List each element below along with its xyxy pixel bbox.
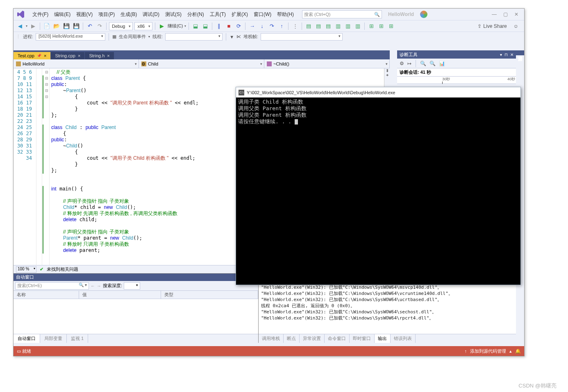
continue-button[interactable]: 继续(C) xyxy=(168,23,183,29)
menu-item[interactable]: 项目(P) xyxy=(95,10,118,18)
step-into-icon[interactable]: ↓ xyxy=(258,22,266,30)
tb-icon[interactable]: ⊞ xyxy=(367,22,375,30)
output-tab[interactable]: 错误列表 xyxy=(391,334,416,343)
scm-icon[interactable]: ↑ xyxy=(465,349,467,353)
minimize-icon[interactable]: — xyxy=(492,11,497,17)
continue-icon[interactable]: ▶ xyxy=(158,22,166,30)
menu-item[interactable]: 调试(D) xyxy=(140,10,162,18)
output-tab[interactable]: 断点 xyxy=(284,334,300,343)
tb-icon[interactable]: ▥ xyxy=(344,22,352,30)
prev-icon[interactable]: ← xyxy=(91,283,95,288)
undo-icon[interactable]: ↶ xyxy=(86,22,94,30)
col-name[interactable]: 名称 xyxy=(14,291,79,299)
config-dropdown[interactable]: Debug xyxy=(109,22,133,30)
open-icon[interactable]: 📂 xyxy=(52,22,61,30)
new-icon[interactable]: 📄 xyxy=(43,22,51,30)
tb-icon[interactable]: ⊞ xyxy=(387,22,395,30)
close-icon[interactable]: ✕ xyxy=(514,11,518,17)
fold-column[interactable]: ⊟ ⊟ ⊟ ⊟ ⊟ xyxy=(44,68,50,265)
menu-item[interactable]: 文件(F) xyxy=(30,10,51,18)
menu-item[interactable]: 分析(N) xyxy=(184,10,207,18)
menu-bar: 文件(F)编辑(E)视图(V)项目(P)生成(B)调试(D)测试(S)分析(N)… xyxy=(14,9,524,20)
depth-dropdown[interactable] xyxy=(124,282,140,290)
notification-icon[interactable]: 🔔 xyxy=(515,349,521,354)
solution-explorer-tab[interactable]: 解决方案资源管 xyxy=(516,50,524,55)
menu-item[interactable]: 视图(V) xyxy=(73,10,95,18)
zoom-out-icon[interactable]: 🔍 xyxy=(429,61,436,66)
col-value[interactable]: 值 xyxy=(79,291,161,299)
step-icon[interactable]: → xyxy=(248,22,256,30)
tab-autos[interactable]: 自动窗口 xyxy=(14,334,40,343)
tb-icon[interactable]: ⬓ xyxy=(191,22,200,30)
doc-tab[interactable]: Test.cpp 📌 × xyxy=(14,52,50,59)
menu-item[interactable]: 编辑(E) xyxy=(51,10,73,18)
pause-icon[interactable]: ∥ xyxy=(215,22,223,30)
platform-dropdown[interactable]: x86 xyxy=(134,22,152,30)
autos-grid[interactable]: 名称 值 类型 xyxy=(14,291,258,334)
tb-icon[interactable]: ▤ xyxy=(304,22,313,30)
stop-icon[interactable]: ■ xyxy=(225,22,233,30)
dropdown-icon[interactable]: ▾ xyxy=(500,52,502,57)
filter-icon[interactable]: ▼ xyxy=(229,34,234,39)
doc-tab[interactable]: String.cpp × xyxy=(51,52,84,59)
output-tab[interactable]: 异常设置 xyxy=(300,334,325,343)
tab-watch[interactable]: 监视 1 xyxy=(67,334,88,343)
lifecycle-icon[interactable]: ▦ xyxy=(112,34,116,39)
nav-scope[interactable]: HelloWorld xyxy=(14,59,139,68)
filter-icon[interactable]: ⋉ xyxy=(236,34,241,39)
next-icon[interactable]: → xyxy=(97,283,101,288)
output-tab[interactable]: 调用堆栈 xyxy=(259,334,284,343)
menu-item[interactable]: 生成(B) xyxy=(118,10,140,18)
tb-icon[interactable]: ▥ xyxy=(354,22,362,30)
console-titlebar[interactable]: C:\ Y:\002_WorkSpace\002_VS\HelloWorld\H… xyxy=(236,87,520,97)
restart-icon[interactable]: ⟳ xyxy=(234,22,243,30)
nav-back-icon[interactable]: ◀ xyxy=(16,22,24,30)
zoom-dropdown[interactable]: 100 % xyxy=(16,266,36,273)
output-tab[interactable]: 输出 xyxy=(375,334,391,343)
process-dropdown[interactable]: [5828] HelloWorld.exe xyxy=(36,33,105,41)
save-icon[interactable]: 💾 xyxy=(62,22,70,30)
output-tab[interactable]: 命令窗口 xyxy=(325,334,350,343)
console-window[interactable]: C:\ Y:\002_WorkSpace\002_VS\HelloWorld\H… xyxy=(236,87,521,285)
output-tab[interactable]: 即时窗口 xyxy=(350,334,375,343)
menu-item[interactable]: 窗口(W) xyxy=(251,10,274,18)
menu-item[interactable]: 帮助(H) xyxy=(274,10,297,18)
chart-icon[interactable]: 📊 xyxy=(439,61,445,66)
tb-icon[interactable]: ▥ xyxy=(334,22,342,30)
tb-icon[interactable]: ⬓ xyxy=(201,22,209,30)
col-type[interactable]: 类型 xyxy=(161,291,258,299)
menu-item[interactable]: 测试(S) xyxy=(162,10,184,18)
export-icon[interactable]: ↦ xyxy=(407,61,411,66)
menu-item[interactable]: 工具(T) xyxy=(207,10,229,18)
autos-search-input[interactable]: 搜索(Ctrl+E) xyxy=(15,282,89,290)
tab-locals[interactable]: 局部变量 xyxy=(40,334,67,343)
nav-class[interactable]: ⚙Child xyxy=(139,59,264,68)
nav-member[interactable]: ~Child() xyxy=(264,59,390,68)
dropdown-icon[interactable]: ▴ xyxy=(509,349,512,354)
gear-icon[interactable]: ⚙ xyxy=(400,61,404,66)
saveall-icon[interactable]: 💾 xyxy=(72,22,80,30)
thread-dropdown[interactable] xyxy=(165,33,223,41)
maximize-icon[interactable]: ▢ xyxy=(503,11,508,17)
nav-fwd-icon[interactable]: ▶ xyxy=(29,22,37,30)
zoom-in-icon[interactable]: 🔍 xyxy=(420,61,426,66)
doc-tab[interactable]: String.h × xyxy=(85,52,114,59)
step-over-icon[interactable]: ↷ xyxy=(268,22,276,30)
redo-icon[interactable]: ↷ xyxy=(95,22,104,30)
tb-icon[interactable]: ⊞ xyxy=(377,22,385,30)
liveshare-button[interactable]: ⇪ Live Share ☺ xyxy=(477,23,522,29)
output-text[interactable]: "HelloWorld.exe"(Win32): 已加载"C:\Windows\… xyxy=(259,283,516,334)
tb-icon[interactable]: ▤ xyxy=(324,22,332,30)
feedback-icon[interactable]: ☺ xyxy=(513,23,518,29)
tb-icon[interactable]: ⋮ xyxy=(291,22,299,30)
pin-icon[interactable]: ⊓ xyxy=(504,52,508,57)
tb-icon[interactable]: ▤ xyxy=(314,22,323,30)
step-out-icon[interactable]: ↑ xyxy=(277,22,286,30)
menu-item[interactable]: 扩展(X) xyxy=(229,10,251,18)
search-icon: 🔍 xyxy=(374,12,380,17)
close-icon[interactable]: ✕ xyxy=(510,52,513,57)
account-icon[interactable] xyxy=(420,11,427,18)
search-input[interactable]: 搜索 (Ctrl+Q) 🔍 xyxy=(302,10,382,18)
scm-label[interactable]: 添加到源代码管理 xyxy=(470,348,506,354)
stack-dropdown[interactable] xyxy=(261,33,343,41)
